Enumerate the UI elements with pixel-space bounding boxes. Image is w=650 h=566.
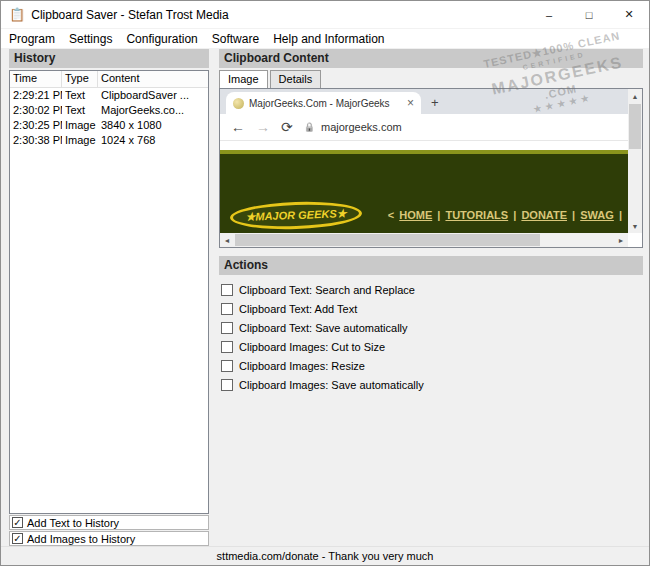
- close-button[interactable]: ✕: [609, 1, 649, 28]
- table-row[interactable]: 2:30:38 PM Image 1024 x 768: [10, 133, 208, 148]
- add-images-checkbox[interactable]: ✓: [12, 533, 23, 544]
- cell-type: Image: [62, 118, 98, 133]
- history-list[interactable]: Time Type Content 2:29:21 PM Text Clipbo…: [9, 70, 209, 514]
- browser-refresh-icon: ⟳: [281, 119, 293, 135]
- action-resize: Clipboard Images: Resize: [221, 356, 643, 375]
- action-checkbox[interactable]: [221, 379, 233, 391]
- nav-separator: |: [513, 209, 516, 221]
- nav-separator: |: [437, 209, 440, 221]
- actions-panel-title: Actions: [219, 256, 643, 275]
- tab-details[interactable]: Details: [270, 70, 322, 88]
- browser-tab-title: MajorGeeks.Com - MajorGeeks: [249, 98, 402, 109]
- cell-content: MajorGeeks.co...: [98, 103, 208, 118]
- cell-time: 2:30:02 PM: [10, 103, 62, 118]
- actions-panel: Actions Clipboard Text: Search and Repla…: [219, 256, 643, 416]
- action-checkbox[interactable]: [221, 341, 233, 353]
- add-images-label: Add Images to History: [27, 533, 135, 545]
- nav-link-donate: DONATE: [521, 209, 567, 221]
- horizontal-scrollbar-thumb[interactable]: [235, 234, 540, 246]
- browser-back-icon: ←: [231, 119, 245, 135]
- browser-tab-image: MajorGeeks.Com - MajorGeeks ×: [226, 92, 421, 114]
- column-header-type[interactable]: Type: [62, 71, 98, 87]
- action-checkbox[interactable]: [221, 284, 233, 296]
- nav-prefix: <: [388, 209, 394, 221]
- action-search-replace: Clipboard Text: Search and Replace: [221, 280, 643, 299]
- page-nav-links: < HOME | TUTORIALS | DONATE | SWAG |: [388, 209, 622, 221]
- add-images-to-history-option: ✓ Add Images to History: [9, 531, 209, 546]
- cell-content: 3840 x 1080: [98, 118, 208, 133]
- browser-forward-icon: →: [256, 119, 270, 135]
- lock-icon: 🔒: [304, 122, 315, 132]
- majorgeeks-logo: ★MAJOR GEEKS★: [230, 200, 363, 232]
- status-bar: sttmedia.com/donate - Thank you very muc…: [1, 546, 649, 565]
- app-window: 📋 Clipboard Saver - Stefan Trost Media –…: [0, 0, 650, 566]
- action-images-save-auto: Clipboard Images: Save automatically: [221, 375, 643, 394]
- vertical-scrollbar-thumb[interactable]: [629, 104, 641, 149]
- minimize-button[interactable]: –: [529, 1, 569, 28]
- browser-page-content: ★MAJOR GEEKS★ < HOME | TUTORIALS | DONAT…: [220, 141, 628, 233]
- cell-type: Text: [62, 103, 98, 118]
- action-checkbox[interactable]: [221, 360, 233, 372]
- scroll-down-button[interactable]: ▼: [628, 219, 642, 233]
- title-bar: 📋 Clipboard Saver - Stefan Trost Media –…: [1, 1, 649, 29]
- table-row[interactable]: 2:30:25 PM Image 3840 x 1080: [10, 118, 208, 133]
- action-label: Clipboard Images: Save automatically: [239, 379, 424, 391]
- menu-item-program[interactable]: Program: [2, 32, 62, 46]
- browser-url: majorgeeks.com: [321, 121, 402, 133]
- action-label: Clipboard Text: Search and Replace: [239, 284, 415, 296]
- scroll-up-button[interactable]: ▲: [628, 89, 642, 103]
- menu-item-help[interactable]: Help and Information: [266, 32, 391, 46]
- menu-item-configuration[interactable]: Configuration: [119, 32, 204, 46]
- clipboard-tabs: Image Details: [219, 70, 323, 88]
- action-add-text: Clipboard Text: Add Text: [221, 299, 643, 318]
- browser-tabstrip-image: MajorGeeks.Com - MajorGeeks × +: [220, 89, 628, 114]
- cell-type: Text: [62, 88, 98, 103]
- scroll-left-button[interactable]: ◄: [220, 233, 234, 247]
- browser-address-bar: 🔒 majorgeeks.com: [304, 121, 617, 133]
- nav-separator: |: [572, 209, 575, 221]
- action-checkbox[interactable]: [221, 322, 233, 334]
- menu-bar: Program Settings Configuration Software …: [1, 29, 649, 48]
- nav-link-home: HOME: [399, 209, 432, 221]
- horizontal-scrollbar[interactable]: ◄ ►: [220, 233, 628, 247]
- nav-separator: |: [619, 209, 622, 221]
- action-text-save-auto: Clipboard Text: Save automatically: [221, 318, 643, 337]
- clipboard-image-preview: MajorGeeks.Com - MajorGeeks × + ← → ⟳ 🔒 …: [220, 89, 628, 233]
- menu-item-software[interactable]: Software: [205, 32, 266, 46]
- column-header-content[interactable]: Content: [98, 71, 208, 87]
- majorgeeks-banner: ★MAJOR GEEKS★ < HOME | TUTORIALS | DONAT…: [220, 150, 628, 233]
- action-cut-to-size: Clipboard Images: Cut to Size: [221, 337, 643, 356]
- clipboard-app-icon: 📋: [9, 8, 25, 21]
- table-row[interactable]: 2:29:21 PM Text ClipboardSaver ...: [10, 88, 208, 103]
- clipboard-content-title: Clipboard Content: [219, 49, 643, 68]
- cell-type: Image: [62, 133, 98, 148]
- actions-list: Clipboard Text: Search and Replace Clipb…: [221, 280, 643, 394]
- add-text-checkbox[interactable]: ✓: [12, 517, 23, 528]
- cell-content: 1024 x 768: [98, 133, 208, 148]
- tab-image[interactable]: Image: [219, 70, 268, 88]
- history-panel-title: History: [9, 49, 209, 68]
- history-list-header: Time Type Content: [10, 71, 208, 88]
- action-label: Clipboard Text: Save automatically: [239, 322, 408, 334]
- action-checkbox[interactable]: [221, 303, 233, 315]
- scroll-right-button[interactable]: ►: [614, 233, 628, 247]
- menu-item-settings[interactable]: Settings: [62, 32, 119, 46]
- maximize-button[interactable]: □: [569, 1, 609, 28]
- cell-content: ClipboardSaver ...: [98, 88, 208, 103]
- table-row[interactable]: 2:30:02 PM Text MajorGeeks.co...: [10, 103, 208, 118]
- action-label: Clipboard Text: Add Text: [239, 303, 357, 315]
- action-label: Clipboard Images: Resize: [239, 360, 365, 372]
- vertical-scrollbar[interactable]: ▲ ▼: [628, 89, 642, 233]
- column-header-time[interactable]: Time: [10, 71, 62, 87]
- nav-link-swag: SWAG: [580, 209, 614, 221]
- browser-tab-close-icon: ×: [407, 96, 414, 110]
- window-controls: – □ ✕: [529, 1, 649, 28]
- image-preview-box: MajorGeeks.Com - MajorGeeks × + ← → ⟳ 🔒 …: [219, 88, 643, 248]
- cell-time: 2:30:25 PM: [10, 118, 62, 133]
- history-panel: History Time Type Content 2:29:21 PM Tex…: [9, 49, 209, 546]
- donate-link[interactable]: sttmedia.com/donate - Thank you very muc…: [217, 550, 434, 562]
- add-text-label: Add Text to History: [27, 517, 119, 529]
- add-text-to-history-option: ✓ Add Text to History: [9, 515, 209, 530]
- action-label: Clipboard Images: Cut to Size: [239, 341, 385, 353]
- browser-new-tab-icon: +: [431, 95, 439, 110]
